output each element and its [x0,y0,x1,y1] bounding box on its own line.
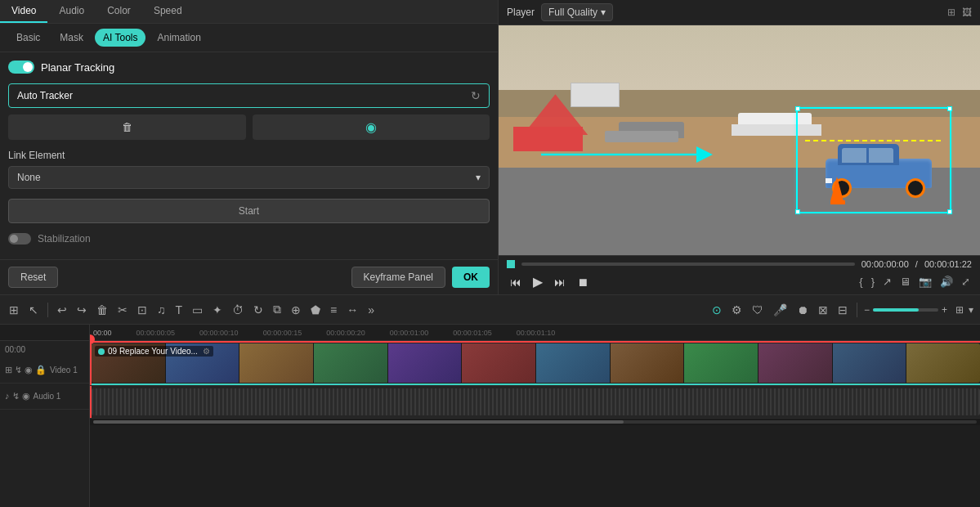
video-track-grid-icon[interactable]: ⊞ [5,365,12,375]
clip-settings-icon[interactable]: ⚙ [203,347,210,356]
volume-icon[interactable]: 🔊 [938,274,955,289]
step-back-button[interactable]: ⏮ [507,274,525,290]
tab-color[interactable]: Color [96,0,142,23]
crop-icon[interactable]: ⊡ [135,301,150,319]
record-icon[interactable]: ⏺ [794,301,811,319]
rect-icon[interactable]: ▭ [190,301,205,319]
ok-button[interactable]: OK [452,267,490,288]
extend-icon[interactable]: ↔ [344,301,360,319]
progress-bar[interactable] [521,262,855,266]
caption-icon[interactable]: ⊠ [816,301,830,319]
thumb-5 [388,343,463,383]
tab-speed[interactable]: Speed [142,0,194,23]
video-track-speaker-icon[interactable]: ↯ [15,365,22,375]
timeline-right: 00:00 00:00:00:05 00:00:00:10 00:00:00:1… [90,325,980,507]
cut-icon[interactable]: ✂ [115,301,130,319]
multi-select-icon[interactable]: ⊞ [7,301,21,319]
magnet-icon[interactable]: ⊙ [709,301,724,319]
timer-icon[interactable]: ⏱ [230,301,246,319]
image-icon[interactable]: 🖼 [962,7,972,18]
redo-icon[interactable]: ↪ [74,301,89,319]
stop-button[interactable]: ⏹ [574,274,592,290]
keyframe-panel-button[interactable]: Keyframe Panel [351,267,445,288]
clip-label: 09 Replace Your Video... [108,347,198,356]
picture-icon[interactable]: ⊟ [835,301,850,319]
zoom-slider[interactable] [873,308,938,312]
audio-levels-icon[interactable]: ≡ [328,301,339,319]
video-track-icons: ⊞ ↯ ◉ 🔒 [5,365,47,375]
effects-icon[interactable]: ✦ [210,301,225,319]
thumb-11 [833,343,907,383]
tracking-arrow [537,134,717,175]
divider-2 [857,303,857,317]
audio-icon[interactable]: ♫ [154,301,168,319]
select-tool-icon[interactable]: ↖ [26,301,41,319]
thumb-4 [314,343,388,383]
green-bottom-border [90,384,980,385]
bracket-left-icon[interactable]: { [857,274,864,289]
planar-tracking-toggle[interactable] [8,61,34,74]
quality-dropdown[interactable]: Full Quality ▾ [541,3,613,21]
stabilization-knob [10,235,18,243]
rotate-icon[interactable]: ↻ [251,301,266,319]
monitor-icon[interactable]: 🖥 [898,274,912,289]
zoom-out-icon[interactable]: − [864,304,870,316]
undo-icon[interactable]: ↩ [55,301,69,319]
sub-tab-animation[interactable]: Animation [149,29,208,47]
tab-audio[interactable]: Audio [47,0,96,23]
divider-1 [47,303,48,317]
sub-tab-basic[interactable]: Basic [8,29,48,47]
step-forward-button[interactable]: ⏭ [551,274,569,290]
playhead-handle[interactable] [507,260,515,268]
delete-toolbar-icon[interactable]: 🗑 [94,301,110,319]
link-element-value: None [17,172,41,183]
video-clip[interactable]: 09 Replace Your Video... ⚙ [92,343,980,383]
camera-icon[interactable]: 📷 [917,274,933,289]
play-pause-button[interactable]: ▶ [530,272,546,291]
video-area [499,25,980,255]
mic-icon[interactable]: 🎤 [771,301,790,319]
text-icon[interactable]: T [173,301,186,319]
total-time: 00:00:01:22 [924,259,972,269]
pip-icon[interactable]: ⧉ [271,300,284,319]
video-track-eye-icon[interactable]: ◉ [25,365,33,375]
toolbar: ⊞ ↖ ↩ ↪ 🗑 ✂ ⊡ ♫ T ▭ ✦ ⏱ ↻ ⧉ ⊕ ⬟ ≡ ↔ » ⊙ … [0,295,980,325]
ruler-mark-4: 00:00:00:20 [302,329,365,339]
sub-tab-mask[interactable]: Mask [51,29,92,47]
stabilization-toggle[interactable] [8,233,31,245]
eye-button[interactable]: ◉ [253,114,490,140]
shape-icon[interactable]: ⬟ [308,301,323,319]
bracket-right-icon[interactable]: } [870,274,876,289]
zoom-in-icon[interactable]: + [942,304,947,316]
sub-tab-ai-tools[interactable]: AI Tools [95,29,145,47]
audio-track-music-icon[interactable]: ♪ [5,391,10,402]
settings-icon[interactable]: ⚙ [729,301,745,319]
shield-icon[interactable]: 🛡 [750,301,766,319]
timeline-area: ⊞ ↖ ↩ ↪ 🗑 ✂ ⊡ ♫ T ▭ ✦ ⏱ ↻ ⧉ ⊕ ⬟ ≡ ↔ » ⊙ … [0,294,980,507]
audio-clip[interactable] [92,388,980,415]
timeline-left: 00:00 ⊞ ↯ ◉ 🔒 Video 1 ♪ ↯ [0,325,90,507]
link-element-dropdown[interactable]: None ▾ [8,166,490,189]
expand-icon[interactable]: ▾ [969,304,973,316]
audio-track-speaker-icon[interactable]: ↯ [12,391,20,402]
clip-thumbnails [92,343,980,383]
scrollbar-thumb[interactable] [93,420,624,424]
player-header: Player Full Quality ▾ ⊞ 🖼 [499,0,980,25]
auto-tracker-box[interactable]: Auto Tracker ↻ [8,83,490,108]
video-track-lock-icon[interactable]: 🔒 [35,365,47,375]
fullscreen-icon[interactable]: ⤢ [960,274,972,289]
grid-view-icon[interactable]: ⊞ [947,7,955,18]
start-button[interactable]: Start [8,199,490,223]
scrollbar-track[interactable] [93,420,977,424]
transform-icon[interactable]: ⊕ [289,301,303,319]
audio-track-eye-icon[interactable]: ◉ [22,391,30,402]
grid-layout-icon[interactable]: ⊞ [955,304,964,316]
more-icon[interactable]: » [365,301,377,319]
progress-row: 00:00:00:00 / 00:00:01:22 [507,259,972,269]
export-icon[interactable]: ↗ [881,274,893,289]
reset-button[interactable]: Reset [8,267,58,288]
tab-video[interactable]: Video [0,0,47,23]
delete-button[interactable]: 🗑 [8,114,246,140]
ruler-mark-5: 00:00:01:00 [365,329,429,339]
thumb-3 [239,343,314,383]
